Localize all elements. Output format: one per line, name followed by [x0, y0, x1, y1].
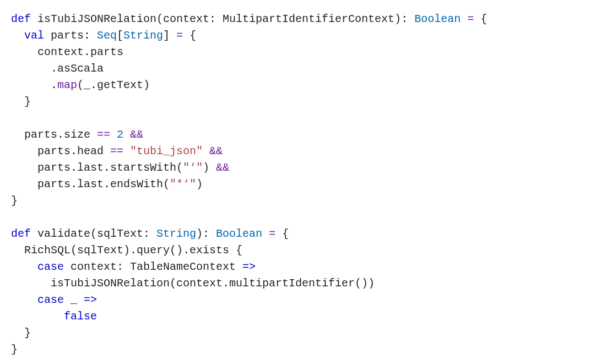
code-token: => [84, 294, 97, 306]
code-token: => [242, 260, 256, 273]
code-token: . [11, 79, 57, 91]
code-token [461, 13, 467, 25]
code-token: "*‘" [170, 178, 196, 191]
code-token: ) [203, 161, 216, 174]
code-line: } [11, 193, 584, 209]
code-token: ): [196, 227, 216, 240]
code-token [11, 310, 64, 323]
code-token: = [176, 29, 183, 42]
code-token: 2 [117, 128, 123, 141]
code-token: ] [163, 29, 176, 42]
code-token: _ [64, 294, 84, 306]
code-line [11, 110, 584, 127]
code-line: } [11, 341, 584, 358]
code-token: .asScala [11, 62, 104, 75]
code-line: false [11, 308, 584, 325]
code-token: = [467, 13, 474, 25]
code-token: == [97, 128, 110, 141]
code-token: [ [117, 29, 123, 42]
code-token: { [275, 227, 289, 240]
code-token: String [156, 227, 196, 240]
code-token: def [11, 227, 31, 240]
code-token: case [37, 294, 64, 306]
code-line: .asScala [11, 61, 584, 77]
code-block: def isTubiJSONRelation(context: Multipar… [11, 11, 584, 358]
code-token: Boolean [414, 13, 461, 25]
code-token: Boolean [216, 227, 262, 240]
code-token: } [11, 343, 18, 356]
code-token [123, 128, 130, 141]
code-token: "‘" [183, 161, 203, 174]
code-line: } [11, 94, 584, 110]
code-line: val parts: Seq[String] = { [11, 28, 584, 44]
code-token: && [209, 145, 223, 157]
code-token [203, 145, 209, 157]
code-token: && [130, 128, 143, 141]
code-token: } [11, 327, 31, 339]
code-token: isTubiJSONRelation(context.multipartIden… [11, 277, 375, 290]
code-line: parts.size == 2 && [11, 127, 584, 143]
code-token: == [110, 145, 123, 157]
code-token: parts.size [11, 128, 97, 141]
code-token: context.parts [11, 46, 123, 58]
code-token: } [11, 194, 18, 207]
code-token: val [24, 29, 44, 42]
code-token: parts.head [11, 145, 110, 157]
code-token: && [216, 161, 229, 174]
code-token: String [123, 29, 163, 42]
code-token: } [11, 95, 31, 108]
code-line: RichSQL(sqlText).query().exists { [11, 242, 584, 259]
code-token: context: TableNameContext [64, 260, 242, 273]
code-token: def [11, 13, 31, 25]
code-line: parts.last.startsWith("‘") && [11, 160, 584, 176]
code-line: case context: TableNameContext => [11, 259, 584, 275]
code-line: } [11, 325, 584, 341]
code-token [11, 260, 37, 273]
code-token: parts.last.endsWith( [11, 178, 170, 191]
code-token: (_.getText) [77, 79, 150, 91]
code-line: context.parts [11, 44, 584, 61]
code-token [123, 145, 130, 157]
code-token [262, 227, 269, 240]
code-line [11, 209, 584, 226]
code-token: case [37, 260, 64, 273]
code-token: Seq [97, 29, 117, 42]
code-line: def validate(sqlText: String): Boolean =… [11, 226, 584, 242]
code-line: def isTubiJSONRelation(context: Multipar… [11, 11, 584, 28]
code-token: map [57, 79, 77, 91]
code-token [110, 128, 117, 141]
code-token [11, 294, 37, 306]
code-token: parts.last.startsWith( [11, 161, 183, 174]
code-token: parts: [44, 29, 97, 42]
code-line: isTubiJSONRelation(context.multipartIden… [11, 275, 584, 292]
code-line: .map(_.getText) [11, 77, 584, 94]
code-token: { [474, 13, 487, 25]
code-line: parts.last.endsWith("*‘") [11, 176, 584, 193]
code-token: validate(sqlText: [31, 227, 156, 240]
code-token: false [64, 310, 97, 323]
code-token: RichSQL(sqlText).query().exists { [11, 244, 242, 257]
code-token: { [183, 29, 196, 42]
code-line: case _ => [11, 292, 584, 308]
code-token: = [269, 227, 275, 240]
code-token [11, 29, 24, 42]
code-token: isTubiJSONRelation(context: MultipartIde… [31, 13, 414, 25]
code-line: parts.head == "tubi_json" && [11, 143, 584, 160]
code-token: ) [196, 178, 203, 191]
code-token: "tubi_json" [130, 145, 203, 157]
